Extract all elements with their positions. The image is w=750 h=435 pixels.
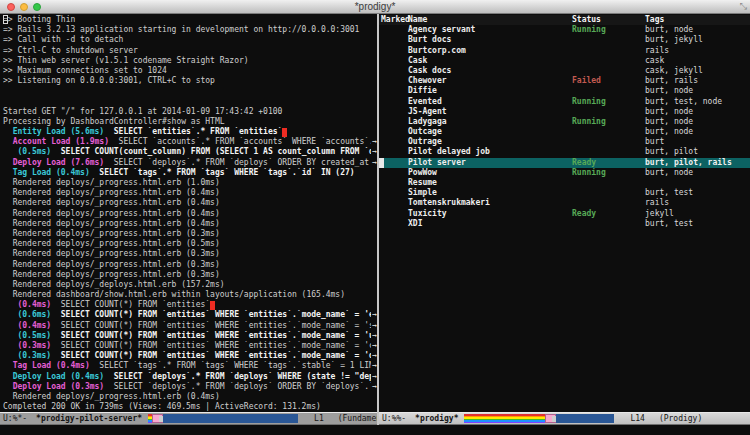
service-tags	[645, 178, 750, 188]
service-tags: cask	[645, 56, 750, 66]
log-line: (0.3ms) SELECT COUNT(*) FROM `entities` …	[3, 341, 377, 351]
service-row[interactable]: TuxicityReadyjekyll	[379, 209, 750, 219]
service-row[interactable]: Burtcorp.comrails	[379, 46, 750, 56]
service-name: Tomtenskrukmakeri	[408, 198, 572, 208]
log-line: Tag Load (0.4ms) SELECT `tags`.* FROM `t…	[3, 361, 377, 371]
service-name: Chewover	[408, 76, 572, 86]
service-status	[572, 56, 645, 66]
service-marked	[381, 168, 408, 178]
log-line: Rendered deploys/_progress.html.erb (0.3…	[3, 260, 377, 270]
service-row[interactable]: Pilot delayed jobburt, pilot	[379, 147, 750, 157]
log-line: Deploy Load (0.3ms) SELECT `deploys`.* F…	[3, 382, 377, 392]
service-row[interactable]: Caskcask	[379, 56, 750, 66]
modeline-left[interactable]: U:%*- *prodigy-pilot-server* L1 (Fundame…	[0, 412, 377, 425]
major-mode: (Fundamental)	[338, 413, 377, 425]
log-line: Rendered deploys/_progress.html.erb (1.0…	[3, 178, 377, 188]
service-row[interactable]: Simpleburt, test	[379, 188, 750, 198]
service-row[interactable]: LadygagaRunningburt, node	[379, 117, 750, 127]
nyan-progress-bar	[464, 414, 614, 423]
service-row[interactable]: Outcageburt, node	[379, 127, 750, 137]
resize-icon[interactable]: ⤡	[740, 1, 747, 12]
service-status: Running	[572, 168, 645, 178]
service-row[interactable]: ChewoverFailedburt, rails	[379, 76, 750, 86]
column-header-status: Status	[572, 15, 645, 25]
log-line: Tag Load (0.4ms) SELECT `tags`.* FROM `t…	[3, 168, 377, 178]
service-name: Pilot delayed job	[408, 147, 572, 157]
server-log-buffer[interactable]: => Booting Thin=> Rails 3.2.13 applicati…	[0, 14, 377, 412]
service-tags: rails	[645, 46, 750, 56]
service-row[interactable]: Agency servantRunningburt, node	[379, 25, 750, 35]
line-indicator: L1	[314, 413, 324, 425]
log-line: Rendered dashboard/show.html.erb within …	[3, 290, 377, 300]
log-line: Rendered deploys/_progress.html.erb (0.4…	[3, 209, 377, 219]
log-line: (0.6ms) SELECT COUNT(*) FROM `entities` …	[3, 310, 377, 320]
service-marked	[381, 198, 408, 208]
service-tags: burt	[645, 137, 750, 147]
service-status	[572, 127, 645, 137]
service-row[interactable]: Diffieburt, node	[379, 86, 750, 96]
service-tags: cask, jekyll	[645, 66, 750, 76]
service-tags: burt, pilot	[645, 147, 750, 157]
titlebar[interactable]: *prodigy* ⤡	[0, 0, 750, 14]
log-line: >> Maximum connections set to 1024	[3, 66, 377, 76]
service-name: Tuxicity	[408, 209, 572, 219]
cursor	[379, 158, 384, 168]
service-tags: burt, node	[645, 117, 750, 127]
service-tags: burt, test	[645, 188, 750, 198]
service-row[interactable]: Burt docsburt, jekyll	[379, 35, 750, 45]
service-row[interactable]: Pilot serverReadyburt, pilot, rails	[379, 158, 750, 168]
service-row[interactable]: PowWowRunningburt, node	[379, 168, 750, 178]
modeline-right[interactable]: U:%%- *prodigy* L14 (Prodigy)	[379, 412, 750, 425]
nyan-cat-icon	[152, 414, 163, 423]
column-header-marked: Marked	[381, 15, 408, 25]
service-marked	[381, 209, 408, 219]
nyan-cat-icon	[545, 414, 556, 423]
service-row[interactable]: JS-Agentburt, node	[379, 107, 750, 117]
service-tags: burt, node	[645, 127, 750, 137]
echo-area[interactable]	[0, 425, 750, 435]
service-tags: burt, node	[645, 107, 750, 117]
service-name: Evented	[408, 97, 572, 107]
service-row[interactable]: XDIburt, test	[379, 219, 750, 229]
buffer-name: *prodigy*	[415, 413, 458, 425]
emacs-window: *prodigy* ⤡ => Booting Thin=> Rails 3.2.…	[0, 0, 750, 435]
service-name: Agency servant	[408, 25, 572, 35]
log-line: Account Load (1.9ms) SELECT `accounts`.*…	[3, 137, 377, 147]
service-tags: burt, node	[645, 86, 750, 96]
service-marked	[381, 147, 408, 157]
service-marked	[381, 35, 408, 45]
log-line: Rendered deploys/_progress.html.erb (0.3…	[3, 249, 377, 259]
service-status	[572, 66, 645, 76]
log-line: (0.5ms) SELECT COUNT(*) FROM `entities` …	[3, 331, 377, 341]
service-tags: burt, node	[645, 168, 750, 178]
service-status: Ready	[572, 158, 645, 168]
log-line: Completed 200 OK in 739ms (Views: 469.5m…	[3, 402, 377, 412]
service-tags: rails	[645, 198, 750, 208]
service-status: Ready	[572, 209, 645, 219]
service-tags: burt, node	[645, 25, 750, 35]
service-row[interactable]: EventedRunningburt, test, node	[379, 97, 750, 107]
line-indicator: L14	[630, 413, 644, 425]
service-name: Outcage	[408, 127, 572, 137]
service-row[interactable]: Outrageburt	[379, 137, 750, 147]
service-row[interactable]: Cask docscask, jekyll	[379, 66, 750, 76]
service-name: Cask	[408, 56, 572, 66]
prodigy-buffer[interactable]: Marked Name Status Tags Agency servantRu…	[379, 14, 750, 412]
log-line: Rendered deploys/_progress.html.erb (0.4…	[3, 198, 377, 208]
modeline-flags: U:%*-	[3, 413, 27, 425]
service-row[interactable]: Resume	[379, 178, 750, 188]
log-line: Rendered deploys/_deploys.html.erb (157.…	[3, 280, 377, 290]
service-name: Cask docs	[408, 66, 572, 76]
log-line: Rendered deploys/_progress.html.erb (0.4…	[3, 219, 377, 229]
service-marked	[381, 178, 408, 188]
prodigy-pane: Marked Name Status Tags Agency servantRu…	[379, 14, 750, 425]
log-line: Entity Load (5.6ms) SELECT `entities`.* …	[3, 127, 377, 137]
service-marked	[381, 46, 408, 56]
service-status	[572, 188, 645, 198]
log-line: (0.5ms) SELECT COUNT(count_column) FROM …	[3, 147, 377, 157]
service-marked	[381, 66, 408, 76]
service-row[interactable]: Tomtenskrukmakerirails	[379, 198, 750, 208]
service-marked	[381, 97, 408, 107]
nyan-progress-bar	[148, 414, 298, 423]
service-tags: burt, test, node	[645, 97, 750, 107]
